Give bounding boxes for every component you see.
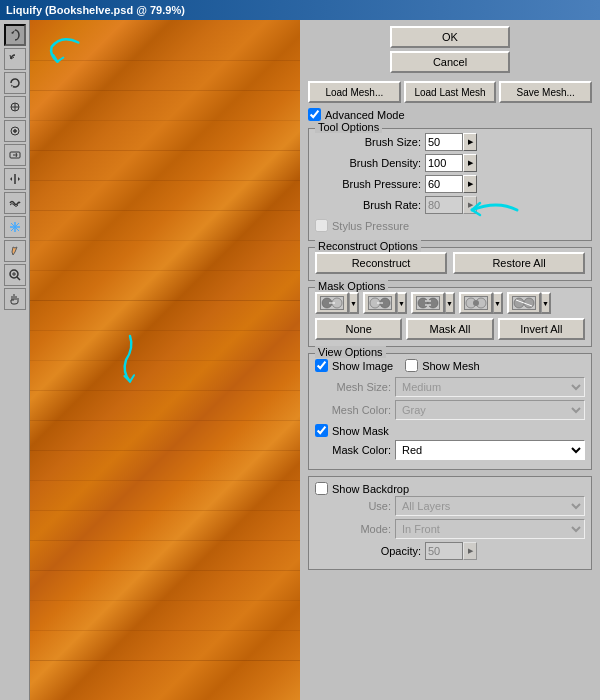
tool-hand[interactable] (4, 288, 26, 310)
none-button[interactable]: None (315, 318, 402, 340)
opacity-arrow: ▶ (463, 542, 477, 560)
brush-pressure-row: Brush Pressure: ▶ (315, 175, 585, 193)
brush-rate-input (425, 196, 463, 214)
tool-bloat[interactable] (4, 120, 26, 142)
canvas-area[interactable] (30, 20, 300, 700)
brush-pressure-label: Brush Pressure: (315, 178, 425, 190)
mask-icon-btn-3[interactable] (411, 292, 445, 314)
mesh-buttons: Load Mesh... Load Last Mesh Save Mesh... (308, 81, 592, 103)
mask-dropdown-1[interactable]: ▼ (349, 292, 359, 314)
brush-size-arrow[interactable]: ▶ (463, 133, 477, 151)
title-text: Liquify (Bookshelve.psd @ 79.9%) (6, 4, 185, 16)
use-label: Use: (315, 500, 395, 512)
brush-size-input[interactable] (425, 133, 463, 151)
view-checkboxes: Show Image Show Mesh (315, 358, 585, 373)
svg-point-27 (514, 298, 524, 308)
mask-color-select[interactable]: Red Green Blue Cyan Magenta Yellow (395, 440, 585, 460)
view-options-label: View Options (315, 346, 386, 358)
mask-all-button[interactable]: Mask All (406, 318, 493, 340)
tool-options-label: Tool Options (315, 121, 382, 133)
mask-icon-group-4: ▼ (459, 292, 503, 314)
stylus-pressure-checkbox (315, 219, 328, 232)
backdrop-section: Show Backdrop Use: All Layers Mode: In F… (308, 476, 592, 570)
mesh-color-select[interactable]: Gray (395, 400, 585, 420)
mask-options-section: Mask Options ▼ (308, 287, 592, 347)
tool-pucker[interactable] (4, 96, 26, 118)
advanced-mode-label: Advanced Mode (325, 109, 405, 121)
mask-icon-group-3: ▼ (411, 292, 455, 314)
tool-warp[interactable] (4, 24, 26, 46)
mode-label: Mode: (315, 523, 395, 535)
tool-reconstruct[interactable] (4, 48, 26, 70)
mesh-color-row: Mesh Color: Gray (315, 400, 585, 420)
tool-options-section: Tool Options Brush Size: ▶ Brush Density… (308, 128, 592, 241)
use-select[interactable]: All Layers (395, 496, 585, 516)
tool-turbulence[interactable] (4, 192, 26, 214)
advanced-mode-row: Advanced Mode (308, 107, 592, 122)
mask-dropdown-5[interactable]: ▼ (541, 292, 551, 314)
tool-freeze[interactable] (4, 216, 26, 238)
brush-density-row: Brush Density: ▶ (315, 154, 585, 172)
brush-rate-row: Brush Rate: ▶ (315, 196, 585, 214)
tool-twirl[interactable] (4, 72, 26, 94)
reconstruct-button[interactable]: Reconstruct (315, 252, 447, 274)
svg-line-15 (17, 277, 20, 280)
ok-button[interactable]: OK (390, 26, 510, 48)
brush-size-label: Brush Size: (315, 136, 425, 148)
mask-dropdown-3[interactable]: ▼ (445, 292, 455, 314)
mode-row: Mode: In Front (315, 519, 585, 539)
show-mesh-row: Show Mesh (405, 358, 479, 373)
svg-point-28 (524, 298, 534, 308)
invert-all-button[interactable]: Invert All (498, 318, 585, 340)
show-mask-checkbox[interactable] (315, 424, 328, 437)
brush-density-input[interactable] (425, 154, 463, 172)
load-mesh-button[interactable]: Load Mesh... (308, 81, 401, 103)
mask-icons-row: ▼ ▼ (315, 292, 585, 314)
use-row: Use: All Layers (315, 496, 585, 516)
show-mask-label: Show Mask (332, 425, 389, 437)
right-panel: OK Cancel Load Mesh... Load Last Mesh Sa… (300, 20, 600, 700)
toolbar (0, 20, 30, 700)
opacity-label: Opacity: (315, 545, 425, 557)
brush-density-arrow[interactable]: ▶ (463, 154, 477, 172)
brush-pressure-input[interactable] (425, 175, 463, 193)
mask-color-label: Mask Color: (315, 444, 395, 456)
main-layout: OK Cancel Load Mesh... Load Last Mesh Sa… (0, 20, 600, 700)
load-last-mesh-button[interactable]: Load Last Mesh (404, 81, 497, 103)
advanced-mode-checkbox[interactable] (308, 108, 321, 121)
mask-action-buttons: None Mask All Invert All (315, 318, 585, 340)
mask-dropdown-4[interactable]: ▼ (493, 292, 503, 314)
tool-thaw[interactable] (4, 240, 26, 262)
reconstruct-buttons: Reconstruct Restore All (315, 252, 585, 274)
brush-pressure-arrow[interactable]: ▶ (463, 175, 477, 193)
show-backdrop-row: Show Backdrop (315, 481, 585, 496)
mask-icon-group-2: ▼ (363, 292, 407, 314)
mask-icon-group-5: ▼ (507, 292, 551, 314)
tool-mirror[interactable] (4, 168, 26, 190)
mask-options-label: Mask Options (315, 280, 388, 292)
show-mesh-label: Show Mesh (422, 360, 479, 372)
mask-dropdown-2[interactable]: ▼ (397, 292, 407, 314)
top-actions: OK Cancel (308, 26, 592, 73)
mesh-size-select[interactable]: Medium (395, 377, 585, 397)
show-image-checkbox[interactable] (315, 359, 328, 372)
tool-push-left[interactable] (4, 144, 26, 166)
save-mesh-button[interactable]: Save Mesh... (499, 81, 592, 103)
mask-icon-btn-4[interactable] (459, 292, 493, 314)
cancel-button[interactable]: Cancel (390, 51, 510, 73)
tool-zoom[interactable] (4, 264, 26, 286)
brush-density-label: Brush Density: (315, 157, 425, 169)
show-backdrop-checkbox[interactable] (315, 482, 328, 495)
mode-select[interactable]: In Front (395, 519, 585, 539)
restore-all-button[interactable]: Restore All (453, 252, 585, 274)
show-mesh-checkbox[interactable] (405, 359, 418, 372)
show-mask-row: Show Mask (315, 423, 585, 438)
mask-icon-btn-1[interactable] (315, 292, 349, 314)
mask-icon-btn-2[interactable] (363, 292, 397, 314)
mesh-color-label: Mesh Color: (315, 404, 395, 416)
stylus-pressure-label: Stylus Pressure (332, 220, 409, 232)
opacity-row: Opacity: ▶ (315, 542, 585, 560)
mask-color-row: Mask Color: Red Green Blue Cyan Magenta … (315, 440, 585, 460)
svg-point-26 (473, 300, 479, 306)
mask-icon-btn-5[interactable] (507, 292, 541, 314)
